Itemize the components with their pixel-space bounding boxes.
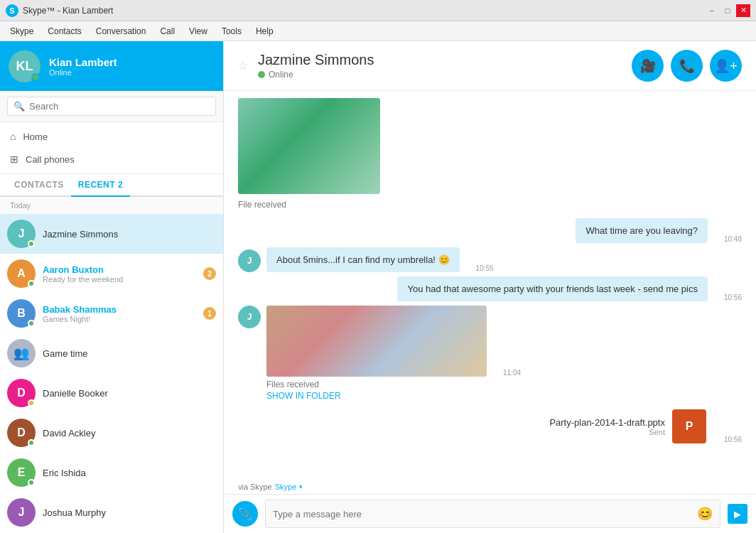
titlebar: S Skype™ - Kian Lambert − □ ✕: [0, 0, 756, 21]
close-button[interactable]: ✕: [736, 4, 750, 17]
unread-badge: 2: [203, 267, 216, 280]
contact-name: Game time: [43, 348, 216, 359]
nav-item-call-phones[interactable]: ⊞ Call phones: [0, 148, 223, 171]
list-item[interactable]: J Joshua Murphy: [0, 492, 223, 532]
message-avatar: J: [238, 306, 261, 328]
list-item[interactable]: A Aaron Buxton Ready for the weekend 2: [0, 254, 223, 294]
file-name: Party-plan-2014-1-draft.pptx: [549, 417, 665, 428]
menubar: Skype Contacts Conversation Call View To…: [0, 21, 756, 41]
message-input-wrapper: 😊: [265, 500, 720, 528]
message-block: J 11:04 Files received SHOW IN FOLDER: [238, 306, 742, 401]
messages-container: File received What time are you leaving?…: [224, 91, 756, 480]
send-icon: ▶: [734, 509, 741, 519]
video-icon: 🎥: [640, 58, 656, 74]
list-item[interactable]: B Babak Shammas Games Night! 1: [0, 294, 223, 333]
tab-contacts[interactable]: CONTACTS: [7, 174, 71, 195]
incoming-photo: [238, 98, 742, 194]
emoji-button[interactable]: 😊: [697, 506, 713, 522]
attach-file-button[interactable]: 📎: [232, 501, 258, 527]
via-skype-link[interactable]: Skype: [275, 483, 297, 491]
status-dot-online: [28, 280, 35, 287]
file-received-label: File received: [238, 200, 742, 210]
restore-button[interactable]: □: [720, 4, 735, 17]
message-bubble: About 5mins...if I can find my umbrella!…: [266, 247, 460, 272]
contact-info: Aaron Buxton Ready for the weekend: [43, 264, 196, 284]
contact-info: Game time: [43, 348, 216, 359]
search-input[interactable]: [29, 101, 210, 112]
via-skype-chevron-icon: ▾: [299, 483, 303, 490]
chat-header-actions: 🎥 📞 👤+: [632, 50, 742, 82]
contact-info: Babak Shammas Games Night!: [43, 304, 196, 323]
contact-name: Babak Shammas: [43, 304, 196, 315]
contact-info: Jazmine Simmons: [43, 229, 216, 239]
search-bar: 🔍: [0, 91, 223, 122]
chat-header: ☆ Jazmine Simmons Online 🎥 📞 👤+: [224, 41, 756, 91]
message-bubble: What time are you leaving?: [576, 218, 708, 243]
tab-recent[interactable]: RECENT 2: [71, 174, 130, 197]
image-content: [266, 306, 487, 377]
video-call-button[interactable]: 🎥: [632, 50, 664, 82]
list-item[interactable]: D David Ackley: [0, 413, 223, 453]
message-block: You had that awesome party with your fri…: [238, 276, 742, 301]
menu-contacts[interactable]: Contacts: [40, 23, 88, 39]
menu-call[interactable]: Call: [153, 23, 182, 39]
list-item[interactable]: D Danielle Booker: [0, 373, 223, 413]
status-dot-online: [28, 439, 35, 446]
message-block: File received: [238, 98, 742, 210]
contact-name: David Ackley: [43, 428, 216, 438]
contact-info: Eric Ishida: [43, 468, 216, 478]
message-text: What time are you leaving?: [585, 225, 698, 236]
audio-call-button[interactable]: 📞: [671, 50, 703, 82]
nav-item-home[interactable]: ⌂ Home: [0, 125, 223, 148]
chat-status-dot: [258, 71, 265, 78]
search-input-wrapper[interactable]: 🔍: [7, 97, 216, 116]
phone-icon: 📞: [679, 58, 695, 74]
menu-skype[interactable]: Skype: [3, 23, 40, 39]
input-actions: 😊: [697, 506, 713, 522]
list-item[interactable]: E Eric Ishida: [0, 453, 223, 492]
show-in-folder-link[interactable]: SHOW IN FOLDER: [266, 391, 742, 401]
minimize-button[interactable]: −: [705, 4, 719, 17]
contact-sub: Ready for the weekend: [43, 275, 196, 284]
paperclip-icon: 📎: [238, 507, 252, 521]
file-info: Party-plan-2014-1-draft.pptx Sent: [549, 417, 665, 436]
message-time: 10:55: [476, 264, 494, 272]
via-skype-label: via Skype: [238, 483, 272, 491]
profile-name: Kian Lambert: [49, 56, 117, 68]
message-text: About 5mins...if I can find my umbrella!…: [276, 254, 450, 265]
chat-contact-info: Jazmine Simmons Online: [258, 52, 374, 80]
list-item[interactable]: 👥 Game time: [0, 333, 223, 373]
menu-conversation[interactable]: Conversation: [89, 23, 153, 39]
group-avatar: 👥: [7, 339, 36, 367]
message-text: You had that awesome party with your fri…: [407, 284, 698, 294]
incoming-image-block: J 11:04: [238, 306, 742, 377]
contact-avatar: E: [7, 458, 36, 487]
avatar: J: [7, 498, 36, 527]
date-divider: Today: [0, 197, 223, 214]
files-received-block: Files received SHOW IN FOLDER: [266, 379, 742, 401]
menu-view[interactable]: View: [182, 23, 215, 39]
contact-avatar: 👥: [7, 339, 36, 367]
chat-status-text: Online: [269, 70, 293, 80]
star-icon[interactable]: ☆: [238, 59, 248, 72]
sidebar: KL Kian Lambert Online 🔍 ⌂ Home ⊞ Cal: [0, 41, 224, 533]
contact-avatar: J: [7, 220, 36, 248]
profile-header: KL Kian Lambert Online: [0, 41, 223, 91]
chat-area: ☆ Jazmine Simmons Online 🎥 📞 👤+: [224, 41, 756, 533]
add-contact-button[interactable]: 👤+: [710, 50, 742, 82]
menu-tools[interactable]: Tools: [215, 23, 249, 39]
profile-info: Kian Lambert Online: [49, 56, 117, 77]
send-button[interactable]: ▶: [728, 504, 747, 524]
nav-home-label: Home: [23, 131, 48, 142]
message-input[interactable]: [273, 509, 697, 519]
contact-name: Danielle Booker: [43, 388, 216, 399]
contact-avatar: D: [7, 379, 36, 407]
message-block: Party-plan-2014-1-draft.pptx Sent P 10:5…: [238, 409, 742, 443]
menu-help[interactable]: Help: [249, 23, 281, 39]
list-item[interactable]: J Jazmine Simmons: [0, 214, 223, 254]
contact-avatar: B: [7, 299, 36, 328]
file-status: Sent: [549, 428, 665, 436]
profile-status: Online: [49, 68, 117, 77]
window-title: Skype™ - Kian Lambert: [23, 6, 113, 16]
profile-status-dot: [31, 73, 40, 82]
